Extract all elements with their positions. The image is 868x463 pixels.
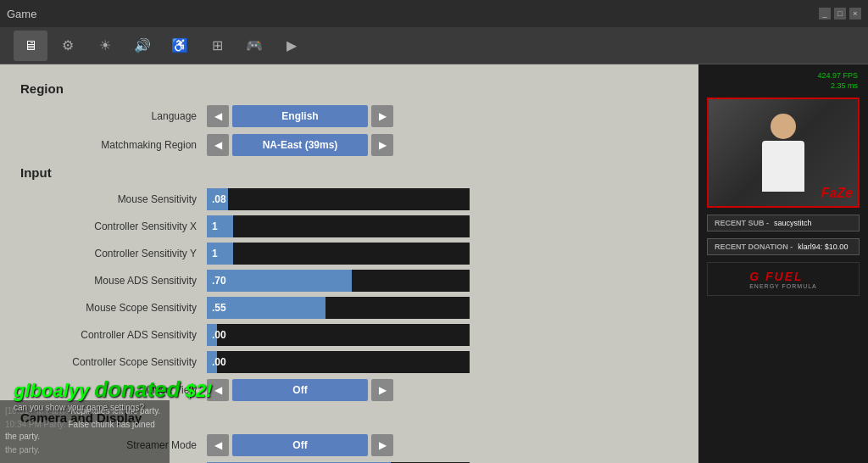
gfuel-logo-content: G FUEL ENERGY FORMULA xyxy=(749,270,817,289)
title-bar-controls: _ □ × xyxy=(819,8,861,20)
chat-user-2: 10:34 PM Party: xyxy=(5,420,66,429)
content-area: Region Language ◀ English ▶ Matchmaking … xyxy=(0,64,868,463)
main-window: Game _ □ × 🖥 ⚙ ☀ 🔊 ♿ ⊞ 🎮 ▶ Region Langua… xyxy=(0,0,868,463)
language-left-button[interactable]: ◀ xyxy=(207,105,229,127)
controller-sensitivity-x-row: Controller Sensitivity X 1 xyxy=(20,215,678,237)
webcam-frame: FaZe xyxy=(707,98,860,208)
invert-view-value: Off xyxy=(232,379,368,401)
title-bar-left: Game xyxy=(7,8,36,20)
recent-sub-name: saucystitch xyxy=(774,219,812,227)
tab-monitor[interactable]: 🖥 xyxy=(14,31,47,61)
controller-scope-sensitivity-slider[interactable]: .00 xyxy=(207,351,470,373)
right-panel: 424.97 FPS 2.35 ms FaZe RECENT SUB - sau… xyxy=(698,64,868,463)
controller-sensitivity-y-slider[interactable]: 1 xyxy=(207,243,470,265)
controller-ads-sensitivity-row: Controller ADS Sensitivity .00 xyxy=(20,324,678,346)
controller-sensitivity-y-row: Controller Sensitivity Y 1 xyxy=(20,243,678,265)
mouse-scope-sensitivity-value: .55 xyxy=(207,297,326,319)
mouse-scope-sensitivity-label: Mouse Scope Sensitivity xyxy=(20,302,207,314)
minimize-button[interactable]: _ xyxy=(819,8,831,20)
language-row: Language ◀ English ▶ xyxy=(20,104,678,128)
streamer-mode-control: ◀ Off ▶ xyxy=(207,434,393,456)
mouse-sensitivity-label: Mouse Sensitivity xyxy=(20,193,207,205)
tab-grid[interactable]: ⊞ xyxy=(200,31,234,61)
mouse-scope-sensitivity-row: Mouse Scope Sensitivity .55 xyxy=(20,297,678,319)
donation-overlay: glboalyy donated $2! can you show your g… xyxy=(14,377,212,412)
donation-amount: $2! xyxy=(180,380,212,401)
matchmaking-region-row: Matchmaking Region ◀ NA-East (39ms) ▶ xyxy=(20,133,678,157)
controller-ads-sensitivity-value: .00 xyxy=(207,324,217,346)
input-section-header: Input xyxy=(20,165,678,180)
mouse-sensitivity-row: Mouse Sensitivity .08 xyxy=(20,188,678,210)
recent-donation-value: klarl94: $10.00 xyxy=(798,243,848,251)
controller-sensitivity-x-label: Controller Sensitivity X xyxy=(20,220,207,232)
mouse-ads-sensitivity-row: Mouse ADS Sensitivity .70 xyxy=(20,270,678,292)
mouse-scope-sensitivity-slider[interactable]: .55 xyxy=(207,297,470,319)
tab-sound[interactable]: 🔊 xyxy=(125,31,159,61)
controller-sensitivity-x-value: 1 xyxy=(207,215,233,237)
recent-sub-box: RECENT SUB - saucystitch xyxy=(707,215,860,232)
faze-logo: FaZe xyxy=(821,186,853,201)
language-control: ◀ English ▶ xyxy=(207,105,393,127)
controller-sensitivity-x-slider[interactable]: 1 xyxy=(207,215,470,237)
window-title: Game xyxy=(7,8,36,20)
controller-sensitivity-y-value: 1 xyxy=(207,243,233,265)
maximize-button[interactable]: □ xyxy=(834,8,846,20)
donation-text: glboalyy donated $2! xyxy=(14,377,212,403)
language-label: Language xyxy=(20,110,207,122)
invert-view-right-button[interactable]: ▶ xyxy=(371,379,393,401)
controller-scope-sensitivity-row: Controller Scope Sensitivity .00 xyxy=(20,351,678,373)
close-button[interactable]: × xyxy=(849,8,861,20)
controller-sensitivity-y-label: Controller Sensitivity Y xyxy=(20,248,207,259)
matchmaking-right-button[interactable]: ▶ xyxy=(371,134,393,156)
recent-donation-box: RECENT DONATION - klarl94: $10.00 xyxy=(707,238,860,255)
tab-accessibility[interactable]: ♿ xyxy=(163,31,197,61)
controller-scope-sensitivity-label: Controller Scope Sensitivity xyxy=(20,356,207,368)
person-body xyxy=(762,141,804,192)
mouse-ads-sensitivity-label: Mouse ADS Sensitivity xyxy=(20,275,207,287)
donation-verb: donated xyxy=(94,377,180,402)
mouse-ads-sensitivity-value: .70 xyxy=(207,270,352,292)
donation-username: glboalyy xyxy=(14,380,94,401)
chat-text-3: the party. xyxy=(5,445,40,455)
tab-gamepad[interactable]: 🎮 xyxy=(237,31,271,61)
tab-brightness[interactable]: ☀ xyxy=(88,31,122,61)
region-section-header: Region xyxy=(20,81,678,96)
controller-scope-sensitivity-value: .00 xyxy=(207,351,217,373)
title-bar: Game _ □ × xyxy=(0,0,868,27)
nav-tabs: 🖥 ⚙ ☀ 🔊 ♿ ⊞ 🎮 ▶ xyxy=(0,27,868,64)
tab-gear[interactable]: ⚙ xyxy=(51,31,85,61)
streamer-silhouette xyxy=(762,114,804,192)
recent-sub-label: RECENT SUB - xyxy=(715,219,769,227)
mouse-ads-sensitivity-slider[interactable]: .70 xyxy=(207,270,470,292)
streamer-mode-value: Off xyxy=(232,434,368,456)
language-value: English xyxy=(232,105,368,127)
matchmaking-region-label: Matchmaking Region xyxy=(20,139,207,151)
gfuel-logo-area: G FUEL ENERGY FORMULA xyxy=(707,262,860,296)
tab-play[interactable]: ▶ xyxy=(275,31,309,61)
person-head xyxy=(771,114,796,139)
controller-ads-sensitivity-label: Controller ADS Sensitivity xyxy=(20,329,207,341)
donation-message: can you show your game settings? xyxy=(14,403,212,412)
chat-line-2: 10:34 PM Party: False chunk has joined t… xyxy=(5,419,164,443)
chat-line-3: the party. xyxy=(5,444,164,456)
matchmaking-region-value: NA-East (39ms) xyxy=(232,134,368,156)
settings-panel[interactable]: Region Language ◀ English ▶ Matchmaking … xyxy=(0,64,698,463)
language-right-button[interactable]: ▶ xyxy=(371,105,393,127)
gfuel-sub-text: ENERGY FORMULA xyxy=(749,283,817,289)
matchmaking-region-control: ◀ NA-East (39ms) ▶ xyxy=(207,134,393,156)
streamer-mode-right-button[interactable]: ▶ xyxy=(371,434,393,456)
streamer-mode-left-button[interactable]: ◀ xyxy=(207,434,229,456)
matchmaking-left-button[interactable]: ◀ xyxy=(207,134,229,156)
controller-ads-sensitivity-slider[interactable]: .00 xyxy=(207,324,470,346)
fps-text: 424.97 FPS 2.35 ms xyxy=(705,71,858,91)
mouse-sensitivity-value: .08 xyxy=(207,188,228,210)
mouse-sensitivity-slider[interactable]: .08 xyxy=(207,188,470,210)
fps-display: 424.97 FPS 2.35 ms xyxy=(705,71,861,91)
gfuel-brand-text: G FUEL xyxy=(749,270,817,283)
invert-view-control: ◀ Off ▶ xyxy=(207,379,393,401)
recent-donation-label: RECENT DONATION - xyxy=(715,243,793,251)
